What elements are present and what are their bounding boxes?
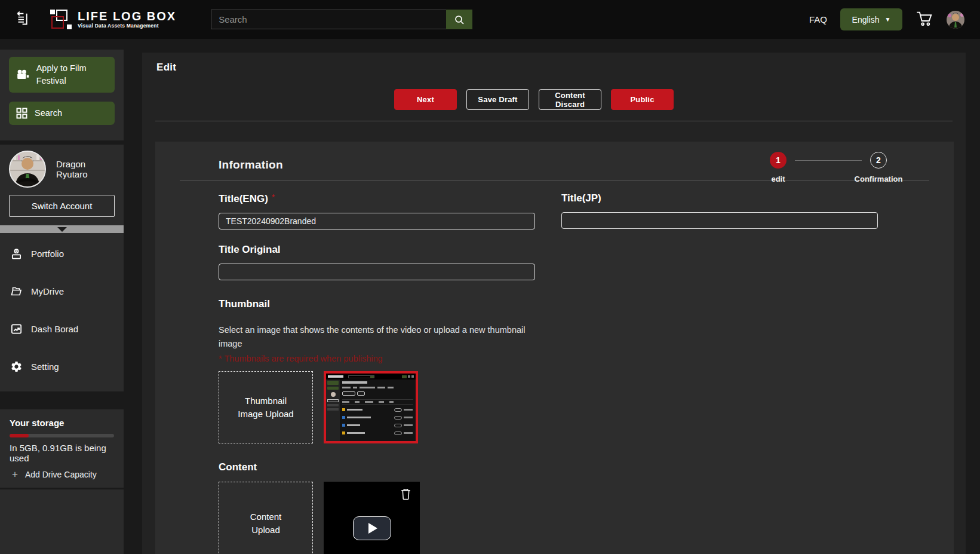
sidebar-item-mydrive[interactable]: MyDrive <box>0 284 124 298</box>
scrollbar-thumb-icon <box>57 227 67 232</box>
profile-avatar <box>9 151 46 188</box>
preview-topbar <box>326 374 416 379</box>
title-jp-label: Title(JP) <box>561 192 601 204</box>
profile-name: Dragon Ryutaro <box>56 159 115 179</box>
language-dropdown[interactable]: English ▼ <box>840 8 902 30</box>
movie-camera-icon <box>16 69 29 81</box>
storage-progress-track <box>10 434 114 437</box>
logo-title: LIFE LOG BOX <box>78 10 176 23</box>
step-1-label: edit <box>771 175 785 183</box>
app-logo: LIFE LOG BOX Visual Data Assets Manageme… <box>50 8 176 31</box>
drive-folder-icon <box>10 284 23 298</box>
thumbnail-upload-row: Thumbnail Image Upload <box>219 371 954 443</box>
profile-avatar-image <box>10 152 45 186</box>
collapse-glyph <box>14 11 30 26</box>
thumbnail-description: Select an image that shows the contents … <box>219 323 535 351</box>
sidebar-item-setting[interactable]: Setting <box>0 359 124 374</box>
public-button[interactable]: Public <box>611 89 674 110</box>
logo-subtitle: Visual Data Assets Management <box>78 23 176 29</box>
title-jp-group: Title(JP) <box>561 192 878 229</box>
preview-row <box>342 415 413 420</box>
content-discard-button[interactable]: Content Discard <box>539 89 601 110</box>
topbar-right: FAQ English ▼ <box>809 8 964 30</box>
step-2-label: Confirmation <box>855 175 903 183</box>
step-1-circle: 1 <box>770 152 787 169</box>
search-submit-button[interactable] <box>446 10 472 29</box>
logo-text: LIFE LOG BOX Visual Data Assets Manageme… <box>78 10 176 29</box>
logo-icon <box>50 8 72 31</box>
cart-button[interactable] <box>916 10 933 29</box>
sidebar-filler <box>0 489 124 554</box>
delete-content-button[interactable] <box>400 487 412 502</box>
form-area: Title(ENG)* Title(JP) Title Original <box>155 180 954 554</box>
main-gutter: Edit Next Save Draft Content Discard Pub… <box>124 39 980 554</box>
gear-icon <box>10 360 23 373</box>
title-jp-input[interactable] <box>561 212 878 229</box>
content-video-preview[interactable] <box>324 482 420 554</box>
user-avatar[interactable] <box>947 11 964 29</box>
page-title: Edit <box>142 62 966 74</box>
nav-label: MyDrive <box>31 286 64 296</box>
content-upload-button[interactable]: Content Upload <box>219 482 313 554</box>
sidebar: Apply to Film Festival Search <box>0 39 124 554</box>
language-label: English <box>852 15 880 25</box>
storage-usage-text: In 5GB, 0.91GB is being used <box>10 443 114 463</box>
title-original-label: Title Original <box>219 244 281 255</box>
sidebar-search-button[interactable]: Search <box>9 102 115 125</box>
user-avatar-image <box>947 11 964 29</box>
preview-sidebar <box>326 379 340 441</box>
preview-main <box>340 379 416 441</box>
required-asterisk: * <box>272 192 275 202</box>
save-draft-button[interactable]: Save Draft <box>466 89 529 110</box>
faq-link[interactable]: FAQ <box>809 14 827 25</box>
sidebar-actions-section: Apply to Film Festival Search <box>0 50 124 140</box>
sidebar-item-portfolio[interactable]: Portfolio <box>0 246 124 261</box>
app-root: LIFE LOG BOX Visual Data Assets Manageme… <box>0 0 980 554</box>
preview-row <box>342 407 413 412</box>
sidebar-item-dashboard[interactable]: Dash Borad <box>0 322 124 336</box>
apply-film-festival-label: Apply to Film Festival <box>36 62 107 87</box>
main-panel: Edit Next Save Draft Content Discard Pub… <box>142 53 966 554</box>
title-row: Title(ENG)* Title(JP) <box>219 192 954 229</box>
thumbnail-preview-image[interactable] <box>324 371 418 443</box>
portfolio-icon <box>10 247 23 260</box>
add-drive-capacity-label: Add Drive Capacity <box>25 470 97 479</box>
plus-icon: + <box>12 469 18 480</box>
stepper-row: 1 2 <box>770 152 887 169</box>
title-original-input[interactable] <box>219 264 535 280</box>
preview-body <box>326 379 416 441</box>
body-row: Apply to Film Festival Search <box>0 39 980 554</box>
thumbnail-upload-button[interactable]: Thumbnail Image Upload <box>219 371 313 443</box>
storage-title: Your storage <box>10 418 114 428</box>
play-button[interactable] <box>353 516 391 540</box>
grid-icon <box>16 108 27 119</box>
sidebar-scrollbar[interactable] <box>0 225 124 233</box>
sidebar-search-label: Search <box>35 107 62 120</box>
add-drive-capacity-button[interactable]: + Add Drive Capacity <box>10 469 97 480</box>
trash-icon <box>400 487 412 500</box>
cart-icon <box>916 10 933 27</box>
topbar: LIFE LOG BOX Visual Data Assets Manageme… <box>0 0 980 39</box>
play-icon <box>368 523 377 534</box>
action-buttons: Next Save Draft Content Discard Public <box>394 89 966 110</box>
stepper-labels: edit Confirmation <box>770 175 887 185</box>
sidebar-nav: Portfolio MyDrive <box>0 233 124 391</box>
apply-film-festival-button[interactable]: Apply to Film Festival <box>9 57 115 93</box>
stepper-connector <box>795 160 862 161</box>
title-eng-input[interactable] <box>219 213 535 229</box>
sidebar-collapse-icon[interactable] <box>13 11 31 29</box>
nav-label: Dash Borad <box>31 324 78 334</box>
sidebar-profile-section: Dragon Ryutaro Switch Account <box>0 145 124 225</box>
nav-label: Setting <box>31 362 59 372</box>
switch-account-button[interactable]: Switch Account <box>9 195 115 217</box>
next-button[interactable]: Next <box>394 89 457 110</box>
title-eng-label: Title(ENG) <box>219 193 268 204</box>
thumbnail-heading: Thumbnail <box>219 298 954 310</box>
search-input[interactable] <box>211 10 446 29</box>
chevron-down-icon: ▼ <box>885 16 891 23</box>
top-divider <box>155 121 953 121</box>
stepper: 1 2 edit Confirmation <box>770 152 887 185</box>
profile-row: Dragon Ryutaro <box>9 151 115 188</box>
thumbnail-required-note: * Thumbnails are required when publishin… <box>219 354 954 363</box>
storage-section: Your storage In 5GB, 0.91GB is being use… <box>0 409 124 488</box>
